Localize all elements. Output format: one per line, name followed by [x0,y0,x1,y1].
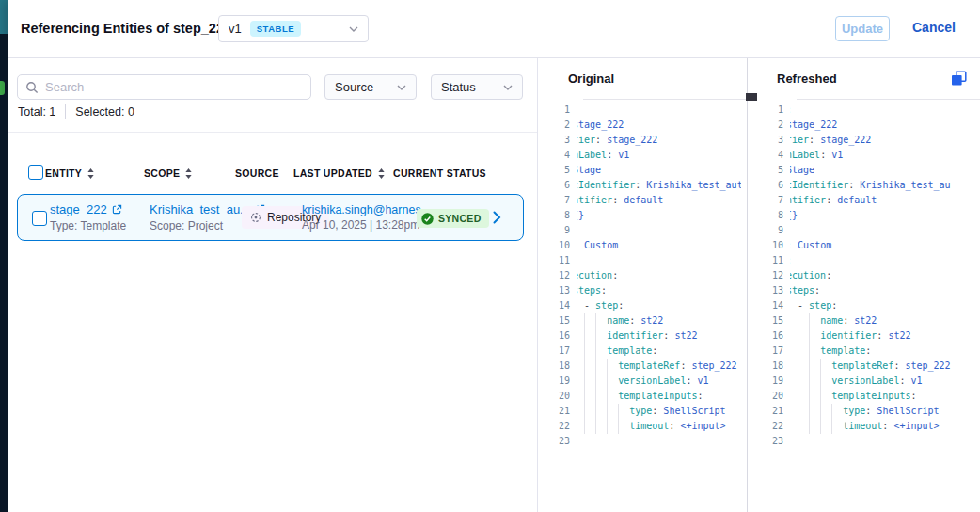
code-line: 20 templateInputs: [760,389,980,404]
code-line: 17 template: [760,344,980,359]
last-updated-cell: krishika.singh@harnes... Apr 10, 2025 | … [302,203,431,232]
status-filter-dropdown[interactable]: Status [431,74,523,100]
chevron-down-icon [349,26,358,32]
refreshed-panel: Refreshed 1template:2 name: stage_2223 i… [760,58,980,512]
editor-scrollbar-corner [746,93,757,101]
code-line: 8 tags: {} [760,208,980,223]
row-checkbox[interactable] [32,211,47,226]
code-line: 11 spec: [546,253,747,268]
column-header-entity: ENTITY [45,168,82,179]
code-line: 23 [546,434,747,449]
column-header-last-updated: LAST UPDATED [293,168,372,179]
code-line: 18 templateRef: step_222 [546,359,747,374]
code-line: 16 identifier: st22 [760,328,980,344]
updated-by-link[interactable]: krishika.singh@harnes... [302,203,431,216]
code-line: 5 type: Stage [546,163,747,178]
copy-button[interactable] [951,71,967,87]
code-line: 19 versionLabel: v1 [546,374,747,389]
code-line: 16 identifier: st22 [546,328,747,344]
repository-icon [250,212,261,223]
code-line: 17 template: [546,344,747,359]
code-line: 12 execution: [546,268,747,283]
total-count: Total: 1 [18,105,55,119]
section-divider [8,132,537,133]
code-line: 6 projectIdentifier: Krishika_test_aut [546,178,747,193]
code-line: 20 templateInputs: [546,389,747,404]
search-box [17,74,311,100]
code-line: 21 type: ShellScript [546,404,747,419]
original-panel-header: Original [546,58,747,99]
table-header: ENTITY SCOPE SOURCE LAST UPDATED CURRENT… [8,164,537,184]
source-filter-label: Source [335,80,373,94]
code-line: 7 orgIdentifier: default [546,193,747,208]
column-header-current-status: CURRENT STATUS [393,168,486,179]
sidebar-icon-sliver [0,81,5,95]
column-header-scope: SCOPE [144,168,180,179]
referencing-entities-modal: Referencing Entities of step_222 v1 STAB… [8,0,980,512]
code-line: 11 spec: [760,253,980,268]
code-line: 15 name: st22 [546,313,747,328]
chevron-right-icon[interactable] [493,211,501,228]
code-line: 22 timeout: <+input> [546,419,747,434]
original-panel: Original 1template:2 name: stage_2223 id… [546,58,748,512]
code-line: 9 spec: [546,223,747,238]
code-line: 10 type: Custom [546,238,747,253]
code-line: 3 identifier: stage_222 [760,133,980,148]
status-filter-label: Status [441,80,476,94]
check-circle-icon [421,213,434,225]
search-icon [25,81,39,94]
version-select[interactable]: v1 STABLE [218,15,369,42]
code-line: 14 - step: [546,298,747,313]
code-line: 3 identifier: stage_222 [546,133,747,148]
selected-count: Selected: 0 [75,105,134,119]
background-page-edge [0,0,8,512]
code-line: 8 tags: {} [546,208,747,223]
code-line: 18 templateRef: step_222 [760,359,980,374]
sort-icon[interactable] [378,168,385,179]
code-line: 13 steps: [760,283,980,298]
update-button[interactable]: Update [835,16,890,41]
code-line: 23 [760,434,980,449]
external-link-icon[interactable] [112,204,122,215]
entity-cell: stage_222 Type: Template [50,202,126,232]
sort-icon[interactable] [185,168,192,179]
code-line: 2 name: stage_222 [760,118,980,133]
code-line: 6 projectIdentifier: Krishika_test_aut [760,178,980,193]
results-summary: Total: 1 Selected: 0 [18,104,134,119]
code-line: 5 type: Stage [760,163,980,178]
status-label: SYNCED [438,213,482,224]
code-line: 12 execution: [760,268,980,283]
column-header-source: SOURCE [235,168,279,179]
code-line: 4 versionLabel: v1 [546,148,747,163]
chevron-down-icon [503,85,513,90]
select-all-checkbox[interactable] [28,165,43,180]
scope-name-link[interactable]: Krishika_test_au... [150,202,250,216]
code-line: 1template: [760,103,980,118]
entity-type: Type: Template [50,219,126,232]
status-cell: SYNCED [417,209,489,229]
code-line: 14 - step: [760,298,980,313]
code-line: 22 timeout: <+input> [760,419,980,434]
original-code-editor[interactable]: 1template:2 name: stage_2223 identifier:… [546,99,747,512]
code-line: 15 name: st22 [760,313,980,328]
original-title: Original [568,72,614,86]
code-line: 13 steps: [546,283,747,298]
modal-header: Referencing Entities of step_222 v1 STAB… [8,0,980,58]
code-line: 2 name: stage_222 [546,118,747,133]
table-row[interactable]: stage_222 Type: Template Krishika_test_a… [17,194,524,241]
refreshed-code-editor[interactable]: 1template:2 name: stage_2223 identifier:… [760,99,980,512]
cancel-button[interactable]: Cancel [912,20,956,35]
code-line: 21 type: ShellScript [760,404,980,419]
version-value: v1 [229,22,242,36]
entities-panel: Source Status Total: 1 Selected: 0 ENTIT… [8,58,538,512]
refreshed-panel-header: Refreshed [760,58,980,99]
chevron-down-icon [397,85,406,90]
search-input[interactable] [45,80,303,94]
updated-at: Apr 10, 2025 | 13:28pm [302,218,431,232]
copy-icon [951,71,967,87]
code-line: 19 versionLabel: v1 [760,374,980,389]
entity-name-link[interactable]: stage_222 [50,202,107,216]
sort-icon[interactable] [87,168,94,179]
source-filter-dropdown[interactable]: Source [324,74,417,100]
code-line: 7 orgIdentifier: default [760,193,980,208]
